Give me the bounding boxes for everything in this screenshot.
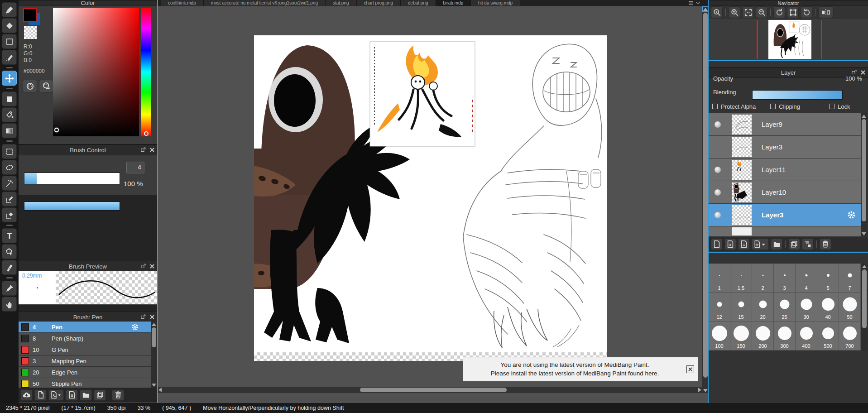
- scrollbar-thumb[interactable]: [703, 13, 708, 378]
- popout-icon[interactable]: [851, 69, 858, 76]
- brush-size-cell[interactable]: 4: [796, 264, 817, 293]
- brush-settings-gear-icon[interactable]: [131, 323, 139, 333]
- scrollbar-thumb[interactable]: [862, 269, 867, 328]
- canvas-horizontal-scrollbar[interactable]: [157, 387, 702, 393]
- zoom-100-button[interactable]: 1: [711, 6, 723, 18]
- bucket-tool[interactable]: [2, 107, 17, 122]
- eyedropper-tool[interactable]: [2, 281, 17, 296]
- brush-size-cell[interactable]: 100: [709, 322, 730, 351]
- lasso-tool[interactable]: [2, 160, 17, 175]
- scroll-up-arrow[interactable]: [861, 113, 867, 119]
- sv-cursor[interactable]: [54, 128, 59, 132]
- foreground-color-swatch[interactable]: [23, 8, 37, 22]
- document-tab[interactable]: chart prog.png: [357, 0, 401, 6]
- gradient-tool[interactable]: [2, 123, 17, 138]
- popout-icon[interactable]: [140, 263, 147, 269]
- brush-size-cell[interactable]: 25: [774, 293, 796, 322]
- rotate-cw-button[interactable]: [801, 6, 812, 18]
- brush-opacity-slider[interactable]: [24, 202, 120, 211]
- zoom-out-button[interactable]: [756, 6, 767, 18]
- scrollbar-thumb[interactable]: [152, 327, 156, 347]
- rotate-ccw-button[interactable]: [773, 6, 785, 18]
- dock-splitter-right[interactable]: [708, 0, 709, 403]
- brush-size-cell[interactable]: 15: [730, 293, 752, 322]
- scroll-down-arrow[interactable]: [151, 382, 157, 388]
- text-tool[interactable]: T: [2, 228, 17, 243]
- scroll-right-arrow[interactable]: [697, 387, 702, 393]
- close-icon[interactable]: [149, 313, 155, 320]
- lock-checkbox[interactable]: Lock: [829, 103, 850, 110]
- hand-tool[interactable]: [2, 297, 17, 312]
- layer-visibility-dot[interactable]: [715, 167, 721, 173]
- brush-row[interactable]: 50 Stipple Pen: [19, 378, 151, 388]
- protect-alpha-checkbox[interactable]: Protect Alpha: [712, 103, 766, 110]
- brush-size-cell[interactable]: 50: [839, 293, 861, 322]
- brush-size-cell[interactable]: 150: [730, 322, 752, 351]
- document-tab[interactable]: debut.png: [401, 0, 436, 6]
- download-brush-button[interactable]: [20, 389, 33, 401]
- merge-layer-button[interactable]: [802, 238, 814, 250]
- panel-divider[interactable]: [709, 60, 868, 61]
- document-tab-active[interactable]: birab.mdp: [436, 0, 471, 6]
- brush-size-cell[interactable]: 20: [752, 293, 774, 322]
- delete-brush-button[interactable]: [112, 389, 124, 401]
- close-icon[interactable]: [859, 69, 866, 76]
- close-icon[interactable]: [149, 263, 155, 269]
- layer-row-selected[interactable]: Layer3: [709, 204, 861, 226]
- hue-bar[interactable]: [141, 8, 151, 136]
- add-layer-button[interactable]: [711, 238, 723, 250]
- hue-cursor[interactable]: [144, 131, 149, 136]
- document-tab[interactable]: stat.png: [326, 0, 357, 6]
- move-tool[interactable]: [2, 71, 17, 86]
- saturation-value-picker[interactable]: [53, 8, 139, 136]
- eraser-tool[interactable]: [2, 18, 17, 33]
- new-brush-button[interactable]: [34, 389, 47, 401]
- brush-size-cell[interactable]: 12: [709, 293, 730, 322]
- layer-visibility-dot[interactable]: [715, 212, 721, 218]
- brush-size-cell[interactable]: 1: [709, 264, 730, 293]
- popout-icon[interactable]: [140, 146, 147, 153]
- layer-row[interactable]: Layer3: [709, 136, 861, 158]
- reset-rotation-button[interactable]: [787, 6, 799, 18]
- brush-size-cell[interactable]: 400: [796, 322, 817, 351]
- brush-tool[interactable]: [2, 2, 17, 17]
- brush-size-cell[interactable]: 7: [839, 264, 861, 293]
- layer-folder-button[interactable]: [771, 238, 782, 250]
- scrollbar-thumb[interactable]: [862, 119, 866, 221]
- select-pen-tool[interactable]: [2, 192, 17, 206]
- fit-to-screen-button[interactable]: [742, 6, 754, 18]
- tab-menu-icon[interactable]: [695, 0, 700, 5]
- layer-visibility-dot[interactable]: [715, 121, 721, 128]
- new-brush-type-button[interactable]: [48, 389, 64, 401]
- layer-settings-gear-icon[interactable]: [847, 210, 856, 221]
- brush-size-cell[interactable]: 500: [817, 322, 839, 351]
- brush-size-value[interactable]: 4: [126, 162, 144, 173]
- canvas-document[interactable]: [254, 35, 607, 361]
- layer-opacity-slider[interactable]: [752, 90, 843, 100]
- brush-row[interactable]: 20 Edge Pen: [19, 367, 151, 378]
- navigator-view[interactable]: [709, 19, 868, 60]
- duplicate-brush-button[interactable]: [94, 389, 106, 401]
- notification-close-button[interactable]: [686, 365, 694, 373]
- brush-list-scrollbar[interactable]: [151, 322, 157, 388]
- script-brush-button[interactable]: S: [66, 389, 78, 401]
- magic-wand-tool[interactable]: [2, 176, 17, 191]
- duplicate-layer-button[interactable]: [788, 238, 800, 250]
- select-tool[interactable]: [2, 144, 17, 159]
- divide-tool[interactable]: [2, 260, 17, 275]
- panel-divider[interactable]: [709, 252, 868, 253]
- brush-row[interactable]: 4 Pen: [19, 322, 151, 333]
- brush-size-cell[interactable]: 2: [752, 264, 774, 293]
- select-eraser-tool[interactable]: [2, 207, 17, 222]
- figure-tool[interactable]: [2, 34, 17, 49]
- brush-size-cell[interactable]: 3: [774, 264, 796, 293]
- fill-tool[interactable]: [2, 91, 17, 106]
- scroll-up-arrow[interactable]: [151, 322, 157, 327]
- brush-size-cell[interactable]: 1.5: [730, 264, 752, 293]
- palette-edit-button[interactable]: [39, 80, 53, 92]
- brush-size-scrollbar[interactable]: [861, 264, 868, 351]
- dock-splitter-left[interactable]: [157, 0, 158, 403]
- brush-size-cell[interactable]: 200: [752, 322, 774, 351]
- add-1bit-layer-button[interactable]: 1: [738, 238, 750, 250]
- brush-row[interactable]: 3 Mapping Pen: [19, 355, 151, 367]
